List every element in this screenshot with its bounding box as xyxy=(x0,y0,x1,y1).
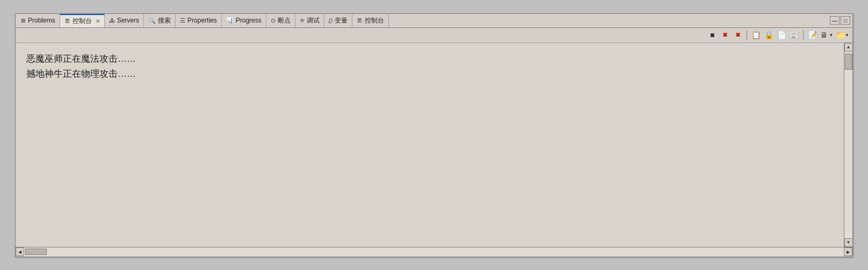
scroll-track-h[interactable] xyxy=(24,247,844,257)
monitor-icon: 🖥 xyxy=(820,31,828,39)
progress-icon: 📊 xyxy=(226,17,234,24)
tab-bar-left: 🖥 Problems 🖹 控制台 ✕ 🖧 Servers 🔍 搜索 ☰ Prop… xyxy=(16,14,389,27)
dropdown1-arrow: ▼ xyxy=(829,33,833,38)
maximize-button[interactable]: □ xyxy=(841,16,850,25)
properties-icon: ☰ xyxy=(180,17,185,24)
tab-properties[interactable]: ☰ Properties xyxy=(176,14,222,27)
bottom-bar: ◀ ▶ xyxy=(16,247,852,257)
tab-servers[interactable]: 🖧 Servers xyxy=(105,14,144,27)
scrollbar-vertical[interactable]: ▲ ▼ xyxy=(844,43,852,247)
tab-servers-label: Servers xyxy=(117,17,139,24)
toolbar-folder-dropdown[interactable]: 📁 ▼ xyxy=(834,29,849,41)
scrollbar-thumb-v[interactable] xyxy=(845,54,852,70)
toolbar-folder-btn[interactable]: 📁 xyxy=(834,29,846,41)
tab-console2-label: 控制台 xyxy=(365,16,384,25)
scroll-track-v[interactable] xyxy=(844,52,852,238)
tab-variables-label: 变量 xyxy=(335,16,348,25)
minimize-button[interactable]: — xyxy=(830,16,840,25)
toolbar-lock-btn[interactable]: 🔒 xyxy=(763,29,775,41)
toolbar-sep1 xyxy=(747,30,747,40)
tab-variables[interactable]: () 变量 xyxy=(324,14,352,27)
scroll-right-btn[interactable]: ▶ xyxy=(844,247,852,256)
toolbar-sep2 xyxy=(803,30,804,40)
toolbar-edit-btn[interactable]: 📝 xyxy=(806,29,818,41)
toolbar-new-btn[interactable]: 📰 xyxy=(789,29,800,41)
scroll-down-btn[interactable]: ▼ xyxy=(844,238,853,247)
console-line-2: 撼地神牛正在物理攻击…… xyxy=(26,67,833,82)
stop-icon: ■ xyxy=(710,31,714,39)
tab-debug-label: 调试 xyxy=(307,16,320,25)
tab-debug[interactable]: ✳ 调试 xyxy=(295,14,324,27)
tab-console-close[interactable]: ✕ xyxy=(96,18,100,24)
scrollbar-thumb-h[interactable] xyxy=(25,249,47,255)
scrollbar-horizontal[interactable]: ◀ ▶ xyxy=(16,247,852,257)
paste-icon: 📄 xyxy=(777,31,786,39)
toolbar-paste-btn[interactable]: 📄 xyxy=(776,29,787,41)
minimize-icon: — xyxy=(832,18,837,24)
tab-breakpoints[interactable]: ⊙ 断点 xyxy=(266,14,295,27)
tab-progress[interactable]: 📊 Progress xyxy=(222,14,266,27)
breakpoints-icon: ⊙ xyxy=(271,17,276,24)
clear2-icon: ✖ xyxy=(735,31,741,39)
problems-icon: 🖥 xyxy=(20,17,26,24)
tab-console[interactable]: 🖹 控制台 ✕ xyxy=(60,14,105,27)
toolbar-clear-btn[interactable]: ✖ xyxy=(719,29,731,41)
tab-problems[interactable]: 🖥 Problems xyxy=(16,14,60,27)
tab-console2[interactable]: 🖹 控制台 xyxy=(352,14,389,27)
folder-icon: 📁 xyxy=(836,31,845,39)
toolbar-monitor-btn[interactable]: 🖥 xyxy=(818,29,830,41)
console-wrapper: 恶魔巫师正在魔法攻击…… 撼地神牛正在物理攻击…… ▲ ▼ xyxy=(16,43,852,247)
tab-bar-right: — □ xyxy=(830,16,852,25)
copy-icon: 📋 xyxy=(751,31,761,39)
new-icon: 📰 xyxy=(790,31,799,39)
servers-icon: 🖧 xyxy=(109,17,115,24)
toolbar: ■ ✖ ✖ 📋 🔒 📄 📰 📝 🖥 ▼ xyxy=(16,28,852,43)
toolbar-clear2-btn[interactable]: ✖ xyxy=(732,29,744,41)
debug-icon: ✳ xyxy=(300,17,305,24)
scroll-left-btn[interactable]: ◀ xyxy=(16,247,24,256)
tab-progress-label: Progress xyxy=(236,17,262,24)
toolbar-stop-btn[interactable]: ■ xyxy=(706,29,718,41)
console-icon: 🖹 xyxy=(64,18,70,24)
panel-container: 🖥 Problems 🖹 控制台 ✕ 🖧 Servers 🔍 搜索 ☰ Prop… xyxy=(15,13,853,257)
tab-console-label: 控制台 xyxy=(73,17,92,26)
edit-icon: 📝 xyxy=(808,31,817,39)
variables-icon: () xyxy=(329,17,332,24)
dropdown2-arrow: ▼ xyxy=(845,33,849,38)
lock-icon: 🔒 xyxy=(764,31,773,39)
clear-icon: ✖ xyxy=(722,31,728,39)
toolbar-copy-btn[interactable]: 📋 xyxy=(750,29,762,41)
search-icon: 🔍 xyxy=(148,17,156,24)
tab-bar: 🖥 Problems 🖹 控制台 ✕ 🖧 Servers 🔍 搜索 ☰ Prop… xyxy=(16,14,852,28)
tab-breakpoints-label: 断点 xyxy=(278,16,291,25)
console-line-1: 恶魔巫师正在魔法攻击…… xyxy=(26,52,833,67)
tab-problems-label: Problems xyxy=(28,17,55,24)
tab-search[interactable]: 🔍 搜索 xyxy=(144,14,176,27)
maximize-icon: □ xyxy=(844,18,847,24)
tab-properties-label: Properties xyxy=(187,17,217,24)
scroll-up-btn[interactable]: ▲ xyxy=(844,43,853,52)
console2-icon: 🖹 xyxy=(357,17,363,24)
console-content[interactable]: 恶魔巫师正在魔法攻击…… 撼地神牛正在物理攻击…… xyxy=(16,43,844,247)
tab-search-label: 搜索 xyxy=(158,16,171,25)
toolbar-edit-dropdown[interactable]: 📝 🖥 ▼ xyxy=(806,29,833,41)
